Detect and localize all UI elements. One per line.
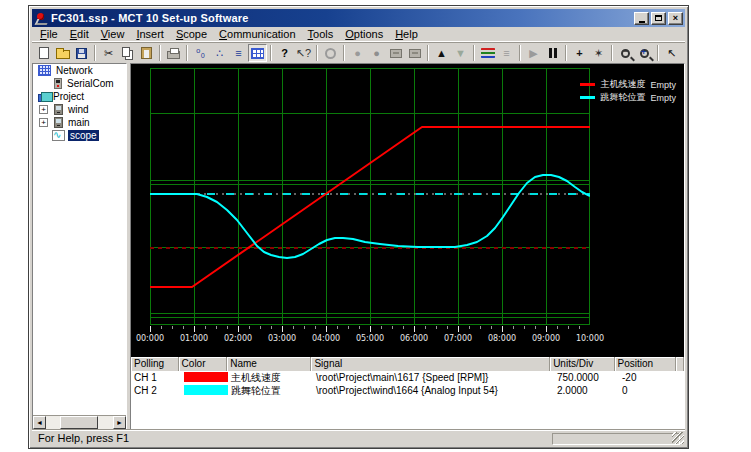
read-from-drive-icon[interactable] [405,44,424,62]
cut-icon[interactable]: ✂ [99,44,118,62]
copy-icon [122,47,130,57]
tree-item-main[interactable]: +main [33,116,126,129]
legend-entry: 跳舞轮位置Empty [580,91,676,104]
tree-item-wind[interactable]: +wind [33,103,126,116]
channel-row-ch2[interactable]: CH 2跳舞轮位置\root\Project\wind\1664 {Analog… [131,384,684,397]
expand-box[interactable]: + [39,105,48,114]
toolbar-separator [186,45,188,61]
scrollbar-track[interactable] [46,416,113,429]
menu-item-edit[interactable]: Edit [64,27,95,42]
scroll-right-button[interactable]: ► [113,416,126,429]
column-header-color[interactable]: Color [179,357,228,371]
scope-waves-icon[interactable] [478,44,497,62]
column-header-units-div[interactable]: Units/Div [550,357,614,371]
channel-row-ch1[interactable]: CH 1主机线速度\root\Project\main\1617 {Speed … [131,371,684,384]
cell-name: 跳舞轮位置 [228,384,313,398]
pan-mode-icon[interactable]: + [570,44,589,62]
menu-item-view[interactable]: View [95,27,131,42]
x-axis-label: 07:000 [441,334,475,343]
record-icon[interactable]: ● [367,44,386,62]
zoom-in-icon[interactable] [635,44,654,62]
parameter-grid-view-icon[interactable] [248,44,267,62]
move-down-icon[interactable]: ▼ [451,44,470,62]
column-header-polling[interactable]: Polling [131,357,179,371]
new-document-icon[interactable] [34,44,53,62]
save-icon [76,48,87,59]
zoom-out-icon [621,49,630,58]
minimize-button[interactable] [634,12,649,25]
title-bar[interactable]: FC301.ssp - MCT 10 Set-up Software × [32,9,685,27]
save-icon[interactable] [72,44,91,62]
legend-channel-status: Empty [650,80,676,90]
toolbar-separator [427,45,429,61]
x-axis-label: 09:000 [529,334,563,343]
column-header-position[interactable]: Position [615,357,676,371]
close-button[interactable]: × [668,12,683,25]
maximize-icon [655,15,662,21]
select-cursor-icon[interactable]: ↖ [662,44,681,62]
menu-item-communication[interactable]: Communication [213,27,301,42]
tree-item-scope[interactable]: scope [33,129,126,142]
tree-horizontal-scrollbar[interactable]: ◄ ► [33,415,126,429]
menu-item-scope[interactable]: Scope [170,27,213,42]
x-axis-label: 03:000 [265,334,299,343]
cell-units-div: 750.0000 [554,372,619,383]
sorted-parameter-view-icon[interactable]: ∴ [210,44,229,62]
cell-polling: CH 2 [131,385,179,396]
parameter-list-view-icon[interactable]: ≡ [229,44,248,62]
scroll-left-button[interactable]: ◄ [33,416,46,429]
tree-item-network[interactable]: Network [33,64,126,77]
help-icon[interactable]: ? [275,44,294,62]
cell-signal: \root\Project\main\1617 {Speed [RPM]} [313,372,554,383]
expand-box[interactable]: + [39,118,48,127]
zoom-out-icon[interactable] [616,44,635,62]
scrollbar-thumb[interactable] [60,416,98,429]
x-axis-label: 02:000 [221,334,255,343]
play-icon[interactable]: ▶ [524,44,543,62]
context-help-icon[interactable]: ↖? [294,44,313,62]
tracking-icon[interactable]: ✶ [589,44,608,62]
tree-item-serialcom[interactable]: SerialCom [33,77,126,90]
print-icon [167,51,180,59]
menu-item-tools[interactable]: Tools [302,27,340,42]
maximize-button[interactable] [651,12,666,25]
stop-communication-icon[interactable]: ● [348,44,367,62]
print-icon[interactable] [164,44,183,62]
cell-signal: \root\Project\wind\1664 {Analog Input 54… [313,385,554,396]
toolbar-separator [94,45,96,61]
move-up-icon[interactable]: ▲ [432,44,451,62]
trace-lines-icon[interactable]: ≡ [497,44,516,62]
zoom-box-icon[interactable]: ▭ [681,44,685,62]
network-scan-icon[interactable] [321,44,340,62]
paste-icon [141,47,152,59]
x-axis-label: 08:000 [485,334,519,343]
legend-color-dash [580,83,595,86]
tree-item-project[interactable]: Project [33,90,126,103]
paste-icon[interactable] [137,44,156,62]
menu-bar: FileEditViewInsertScopeCommunicationTool… [32,27,685,42]
column-header-signal[interactable]: Signal [311,357,550,371]
pause-icon[interactable] [543,44,562,62]
cell-polling: CH 1 [131,372,179,383]
open-file-icon [56,50,70,59]
network-icon [38,65,51,76]
menu-item-help[interactable]: Help [389,27,424,42]
menu-item-file[interactable]: File [34,27,64,42]
menu-item-options[interactable]: Options [339,27,389,42]
write-to-drive-icon[interactable] [386,44,405,62]
resize-grip[interactable] [672,432,684,444]
project-tree: NetworkSerialComProject+wind+mainscope [33,64,126,142]
scope-plot-area[interactable]: 00:00001:00002:00003:00004:00005:00006:0… [131,64,684,357]
column-header-name[interactable]: Name [227,357,311,371]
parameter-numeric-view-icon[interactable]: ⁰₀ [191,44,210,62]
toolbar-separator [657,45,659,61]
scope-waves-icon [481,47,495,59]
open-file-icon[interactable] [53,44,72,62]
x-axis-label: 04:000 [309,334,343,343]
tree-item-label: main [66,117,92,128]
copy-icon[interactable] [118,44,137,62]
column-header-blank[interactable] [676,357,684,371]
minimize-icon [639,21,645,23]
menu-item-insert[interactable]: Insert [130,27,170,42]
read-from-drive-icon [409,49,421,58]
